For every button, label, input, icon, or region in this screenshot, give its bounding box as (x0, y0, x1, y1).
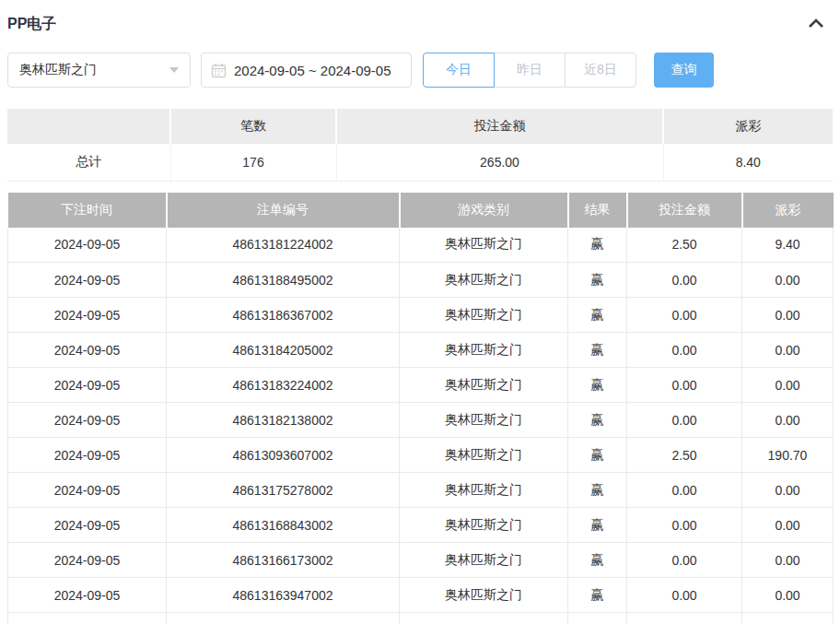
game-select-value: 奥林匹斯之门 (19, 62, 169, 78)
chevron-up-icon (807, 18, 825, 32)
table-cell: 赢 (568, 438, 627, 473)
page-title: PP电子 (7, 15, 56, 34)
table-cell (8, 613, 167, 624)
table-cell (400, 613, 568, 624)
table-row: 2024-09-0548613181224002奥林匹斯之门赢2.509.40 (8, 228, 834, 263)
details-header-payout: 派彩 (742, 193, 834, 228)
details-header-result: 结果 (568, 193, 627, 228)
table-cell: 奥林匹斯之门 (400, 543, 568, 578)
summary-total-label: 总计 (7, 144, 170, 181)
table-cell: 奥林匹斯之门 (400, 578, 568, 613)
table-cell: 9.40 (742, 228, 834, 263)
table-cell: 0.00 (742, 333, 834, 368)
table-cell: 0.00 (627, 298, 742, 333)
table-row (8, 613, 834, 624)
summary-header-payout: 派彩 (663, 109, 833, 144)
table-cell: 48613166173002 (167, 543, 400, 578)
yesterday-button[interactable]: 昨日 (494, 53, 566, 88)
table-cell: 赢 (568, 333, 627, 368)
table-cell: 奥林匹斯之门 (400, 403, 568, 438)
collapse-panel-button[interactable] (807, 17, 825, 32)
details-header-bet-amount: 投注金额 (627, 193, 742, 228)
table-cell: 48613175278002 (167, 473, 400, 508)
table-cell: 奥林匹斯之门 (400, 473, 568, 508)
table-cell: 48613188495002 (167, 263, 400, 298)
date-range-value: 2024-09-05 ~ 2024-09-05 (234, 63, 391, 78)
table-cell: 赢 (568, 263, 627, 298)
table-cell: 赢 (568, 508, 627, 543)
table-cell: 奥林匹斯之门 (400, 333, 568, 368)
table-cell: 48613184205002 (167, 333, 400, 368)
details-header-bet-id: 注单编号 (167, 193, 400, 228)
table-cell: 48613186367002 (167, 298, 400, 333)
table-cell: 2024-09-05 (8, 473, 167, 508)
table-cell: 190.70 (742, 438, 834, 473)
table-cell: 2024-09-05 (8, 298, 167, 333)
today-button[interactable]: 今日 (423, 53, 495, 88)
table-cell: 2024-09-05 (8, 543, 167, 578)
table-cell: 赢 (568, 473, 627, 508)
table-cell: 0.00 (627, 368, 742, 403)
query-button[interactable]: 查询 (654, 53, 714, 88)
summary-header-row: 笔数 投注金额 派彩 (7, 109, 833, 144)
table-row: 2024-09-0548613182138002奥林匹斯之门赢0.000.00 (8, 403, 834, 438)
table-cell: 奥林匹斯之门 (400, 508, 568, 543)
table-cell: 0.00 (742, 298, 834, 333)
table-cell: 0.00 (742, 578, 834, 613)
date-range-picker[interactable]: 2024-09-05 ~ 2024-09-05 (201, 53, 412, 88)
table-cell: 2024-09-05 (8, 508, 167, 543)
table-cell: 48613168843002 (167, 508, 400, 543)
table-cell: 2024-09-05 (8, 333, 167, 368)
summary-header-bet-amount: 投注金额 (336, 109, 663, 144)
table-cell: 0.00 (742, 543, 834, 578)
table-cell: 2024-09-05 (8, 438, 167, 473)
details-header-row: 下注时间 注单编号 游戏类别 结果 投注金额 派彩 (8, 193, 834, 228)
table-cell (568, 613, 627, 624)
table-row: 2024-09-0548613183224002奥林匹斯之门赢0.000.00 (8, 368, 834, 403)
game-select[interactable]: 奥林匹斯之门 (7, 53, 191, 88)
table-cell: 奥林匹斯之门 (400, 263, 568, 298)
details-body: 2024-09-0548613181224002奥林匹斯之门赢2.509.402… (8, 228, 834, 624)
table-cell: 0.00 (627, 263, 742, 298)
summary-table: 笔数 投注金额 派彩 总计 176 265.00 8.40 (7, 109, 833, 182)
panel-header: PP电子 (7, 0, 833, 33)
table-row: 2024-09-0548613093607002奥林匹斯之门赢2.50190.7… (8, 438, 834, 473)
table-cell: 2.50 (627, 228, 742, 263)
table-cell: 2.50 (627, 438, 742, 473)
table-cell (627, 613, 742, 624)
table-cell: 赢 (568, 543, 627, 578)
summary-header-count: 笔数 (170, 109, 336, 144)
table-cell: 0.00 (627, 403, 742, 438)
table-cell: 奥林匹斯之门 (400, 298, 568, 333)
table-row: 2024-09-0548613168843002奥林匹斯之门赢0.000.00 (8, 508, 834, 543)
table-cell: 48613183224002 (167, 368, 400, 403)
table-cell: 奥林匹斯之门 (400, 228, 568, 263)
table-cell (167, 613, 400, 624)
table-cell: 48613163947002 (167, 578, 400, 613)
table-cell: 48613093607002 (167, 438, 400, 473)
table-cell: 2024-09-05 (8, 578, 167, 613)
summary-total-row: 总计 176 265.00 8.40 (7, 144, 833, 181)
table-row: 2024-09-0548613166173002奥林匹斯之门赢0.000.00 (8, 543, 834, 578)
table-cell: 0.00 (627, 333, 742, 368)
table-row: 2024-09-0548613184205002奥林匹斯之门赢0.000.00 (8, 333, 834, 368)
table-cell: 2024-09-05 (8, 368, 167, 403)
summary-total-payout: 8.40 (663, 144, 833, 181)
table-cell: 0.00 (742, 368, 834, 403)
summary-header-blank (7, 109, 170, 144)
table-cell: 奥林匹斯之门 (400, 438, 568, 473)
table-cell: 奥林匹斯之门 (400, 368, 568, 403)
table-cell: 48613182138002 (167, 403, 400, 438)
calendar-icon (211, 63, 227, 78)
bet-records-table: 下注时间 注单编号 游戏类别 结果 投注金额 派彩 2024-09-054861… (7, 193, 834, 624)
chevron-down-icon (169, 67, 179, 73)
last-8-days-button[interactable]: 近8日 (565, 53, 636, 88)
summary-total-count: 176 (170, 144, 336, 181)
betting-records-panel: PP电子 奥林匹斯之门 (0, 0, 840, 624)
table-cell: 2024-09-05 (8, 403, 167, 438)
table-cell: 0.00 (627, 578, 742, 613)
table-cell: 0.00 (742, 473, 834, 508)
details-header-bet-time: 下注时间 (8, 193, 167, 228)
table-row: 2024-09-0548613186367002奥林匹斯之门赢0.000.00 (8, 298, 834, 333)
table-cell: 0.00 (627, 508, 742, 543)
